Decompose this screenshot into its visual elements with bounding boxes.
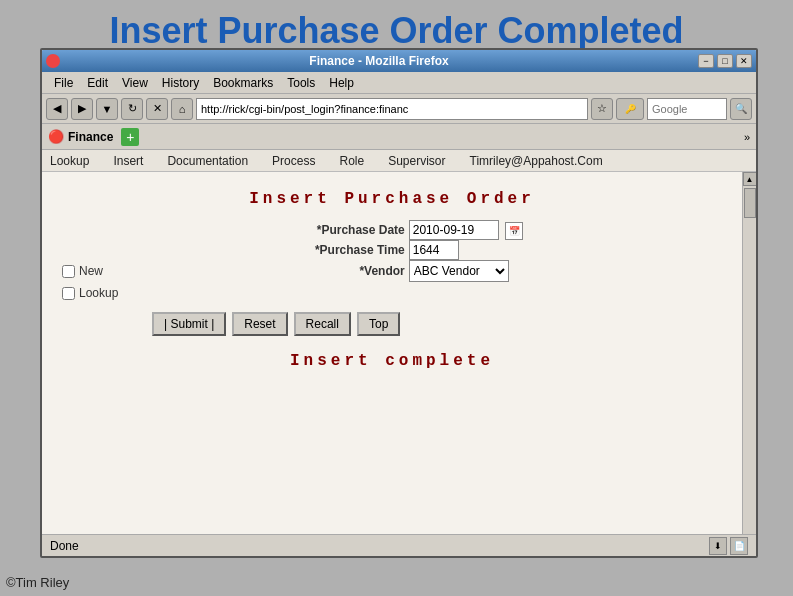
title-bar-buttons: − □ ✕: [698, 54, 752, 68]
search-input[interactable]: [647, 98, 727, 120]
new-checkbox-row: New: [62, 264, 152, 278]
new-checkbox[interactable]: [62, 265, 75, 278]
maximize-button[interactable]: □: [717, 54, 733, 68]
add-bookmark-button[interactable]: +: [121, 128, 139, 146]
menu-bookmarks[interactable]: Bookmarks: [207, 74, 279, 92]
menu-edit[interactable]: Edit: [81, 74, 114, 92]
menu-history[interactable]: History: [156, 74, 205, 92]
form-heading: Insert Purchase Order: [62, 190, 722, 208]
nav-insert[interactable]: Insert: [109, 152, 147, 170]
menu-file[interactable]: File: [48, 74, 79, 92]
close-button[interactable]: ✕: [736, 54, 752, 68]
nav-documentation[interactable]: Documentation: [163, 152, 252, 170]
reset-button[interactable]: Reset: [232, 312, 287, 336]
star-button[interactable]: ☆: [591, 98, 613, 120]
lookup-row: Lookup: [62, 282, 722, 304]
home-button[interactable]: ⌂: [171, 98, 193, 120]
dropdown-button[interactable]: ▼: [96, 98, 118, 120]
refresh-button[interactable]: ↻: [121, 98, 143, 120]
finance-bookmark[interactable]: Finance: [68, 130, 113, 144]
nav-bar: Lookup Insert Documentation Process Role…: [42, 150, 756, 172]
vendor-label: *Vendor: [152, 260, 409, 282]
stop-button[interactable]: ✕: [146, 98, 168, 120]
title-bar: Finance - Mozilla Firefox − □ ✕: [42, 50, 756, 72]
content-area: Insert Purchase Order *Purchase Date 📅: [42, 172, 756, 556]
recall-button[interactable]: Recall: [294, 312, 351, 336]
browser-window: Finance - Mozilla Firefox − □ ✕ File Edi…: [40, 48, 758, 558]
new-label: New: [79, 264, 103, 278]
status-page-icon[interactable]: 📄: [730, 537, 748, 555]
purchase-time-input[interactable]: [409, 240, 459, 260]
back-button[interactable]: ◀: [46, 98, 68, 120]
lookup-checkbox[interactable]: [62, 287, 75, 300]
bookmarks-expand[interactable]: »: [744, 131, 750, 143]
menu-bar: File Edit View History Bookmarks Tools H…: [42, 72, 756, 94]
calendar-button[interactable]: 📅: [505, 222, 523, 240]
form-table: *Purchase Date 📅 *Purchase Time: [62, 220, 722, 304]
minimize-button[interactable]: −: [698, 54, 714, 68]
search-button[interactable]: 🔍: [730, 98, 752, 120]
lookup-label: Lookup: [79, 286, 118, 300]
status-download-icon[interactable]: ⬇: [709, 537, 727, 555]
purchase-date-label: *Purchase Date: [152, 220, 409, 240]
top-button[interactable]: Top: [357, 312, 400, 336]
browser-title: Finance - Mozilla Firefox: [60, 54, 698, 68]
buttons-row: | Submit | Reset Recall Top: [152, 312, 722, 336]
status-text: Done: [50, 539, 709, 553]
main-content: Insert Purchase Order *Purchase Date 📅: [42, 172, 742, 556]
nav-supervisor[interactable]: Supervisor: [384, 152, 449, 170]
vendor-row: New *Vendor ABC Vendor: [62, 260, 722, 282]
status-bar: Done ⬇ 📄: [42, 534, 756, 556]
purchase-time-value: [409, 240, 722, 260]
bookmarks-bar: 🔴 Finance + »: [42, 124, 756, 150]
url-input[interactable]: [196, 98, 588, 120]
nav-process[interactable]: Process: [268, 152, 319, 170]
footer: ©Tim Riley: [6, 575, 69, 590]
purchase-time-label: *Purchase Time: [152, 240, 409, 260]
purchase-date-value: 📅: [409, 220, 722, 240]
purchase-time-row: *Purchase Time: [62, 240, 722, 260]
menu-tools[interactable]: Tools: [281, 74, 321, 92]
purchase-date-input[interactable]: [409, 220, 499, 240]
address-bar: ◀ ▶ ▼ ↻ ✕ ⌂ ☆ 🔑 🔍: [42, 94, 756, 124]
status-icons: ⬇ 📄: [709, 537, 748, 555]
submit-button[interactable]: | Submit |: [152, 312, 226, 336]
menu-view[interactable]: View: [116, 74, 154, 92]
scrollbar: ▲ ▼: [742, 172, 756, 556]
forward-button[interactable]: ▶: [71, 98, 93, 120]
scroll-up-button[interactable]: ▲: [743, 172, 757, 186]
bookmark-icon: 🔴: [48, 129, 64, 144]
vendor-select[interactable]: ABC Vendor: [409, 260, 509, 282]
vendor-value: ABC Vendor: [409, 260, 722, 282]
ssl-button[interactable]: 🔑: [616, 98, 644, 120]
nav-role[interactable]: Role: [335, 152, 368, 170]
purchase-date-row: *Purchase Date 📅: [62, 220, 722, 240]
scroll-thumb[interactable]: [744, 188, 756, 218]
nav-email[interactable]: Timriley@Appahost.Com: [466, 152, 607, 170]
browser-icon: [46, 54, 60, 68]
nav-lookup[interactable]: Lookup: [46, 152, 93, 170]
menu-help[interactable]: Help: [323, 74, 360, 92]
insert-complete: Insert complete: [62, 352, 722, 370]
lookup-checkbox-row: Lookup: [62, 286, 152, 300]
